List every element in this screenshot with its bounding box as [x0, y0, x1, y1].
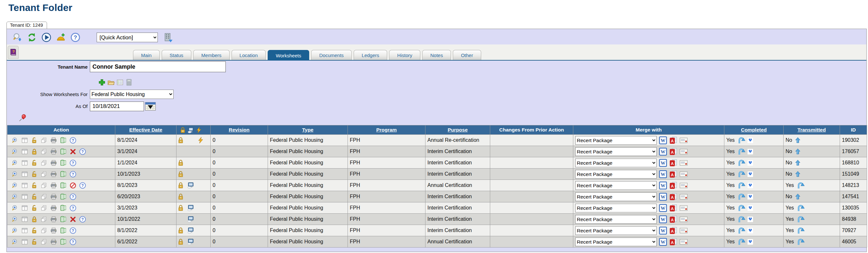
pdf-icon[interactable]: A [669, 215, 677, 223]
email-icon[interactable] [680, 181, 688, 190]
tab-status[interactable]: Status [162, 50, 192, 60]
tab-main[interactable]: Main [133, 50, 160, 60]
computer-icon[interactable] [187, 126, 194, 134]
lock-closed-icon[interactable] [31, 216, 38, 223]
lock-open-icon[interactable] [31, 182, 38, 189]
email-icon[interactable] [680, 193, 688, 201]
copy-pages-icon[interactable] [40, 193, 48, 200]
copy-pages-icon[interactable] [40, 238, 48, 245]
search-plus-icon[interactable] [11, 148, 18, 155]
tab-documents[interactable]: Documents [311, 50, 352, 60]
pdf-icon[interactable]: A [669, 238, 677, 246]
email-icon[interactable] [680, 227, 688, 235]
tab-worksheets[interactable]: Worksheets [268, 50, 309, 61]
window-columns-icon[interactable] [21, 148, 28, 155]
printer-icon[interactable] [50, 182, 57, 189]
word-icon[interactable]: W [659, 148, 667, 156]
window-columns-icon[interactable] [21, 182, 28, 189]
clipboard-copy-icon[interactable] [60, 238, 67, 245]
merge-with-select[interactable]: Recert Package [575, 237, 657, 246]
printer-icon[interactable] [50, 205, 57, 212]
help-circle-icon[interactable]: ? [79, 148, 86, 155]
help-circle-icon[interactable]: ? [69, 137, 76, 144]
copy-pages-icon[interactable] [40, 205, 48, 212]
tab-other[interactable]: Other [453, 50, 481, 60]
word-icon[interactable]: W [659, 159, 667, 167]
header-revision[interactable]: Revision [211, 125, 268, 135]
search-plus-icon[interactable] [11, 137, 18, 144]
email-icon[interactable] [680, 170, 688, 178]
pdf-icon[interactable]: A [669, 136, 677, 144]
lock-open-icon[interactable] [31, 171, 38, 177]
copy-pages-icon[interactable] [40, 148, 48, 155]
merge-with-select[interactable]: Recert Package [575, 159, 657, 167]
lock-closed-icon[interactable] [179, 126, 186, 134]
list-view-icon[interactable] [116, 79, 124, 86]
clipboard-copy-icon[interactable] [60, 148, 67, 155]
merge-with-select[interactable]: Recert Package [575, 226, 657, 235]
tab-history[interactable]: History [389, 50, 420, 60]
quick-action-select[interactable]: [Quick Action] [97, 32, 158, 42]
building-icon[interactable] [163, 32, 173, 43]
refresh-icon[interactable] [27, 32, 37, 42]
word-icon[interactable]: W [659, 136, 667, 144]
show-worksheets-select[interactable]: Federal Public Housing [90, 90, 174, 99]
lock-open-icon[interactable] [31, 205, 38, 212]
window-columns-icon[interactable] [21, 227, 28, 234]
email-icon[interactable] [680, 136, 688, 144]
help-circle-icon[interactable]: ? [69, 160, 76, 166]
email-icon[interactable] [680, 204, 688, 212]
clipboard-copy-icon[interactable] [60, 216, 67, 223]
help-circle-icon[interactable]: ? [69, 227, 76, 234]
clipboard-copy-icon[interactable] [60, 193, 67, 200]
pdf-icon[interactable]: A [669, 159, 677, 167]
word-icon[interactable]: W [659, 193, 667, 201]
header-purpose[interactable]: Purpose [426, 125, 490, 135]
merge-with-select[interactable]: Recert Package [575, 136, 657, 145]
header-program[interactable]: Program [348, 125, 426, 135]
search-plus-icon[interactable] [11, 238, 18, 245]
help-circle-icon[interactable]: ? [70, 32, 80, 42]
pdf-icon[interactable]: A [669, 148, 677, 156]
tab-ledgers[interactable]: Ledgers [354, 50, 387, 60]
help-circle-icon[interactable]: ? [69, 205, 76, 212]
printer-icon[interactable] [50, 160, 57, 166]
copy-pages-icon[interactable] [40, 171, 48, 177]
lock-open-icon[interactable] [31, 193, 38, 200]
word-icon[interactable]: W [659, 238, 667, 246]
tab-location[interactable]: Location [231, 50, 266, 60]
header-type[interactable]: Type [268, 125, 348, 135]
search-plus-icon[interactable] [11, 227, 18, 234]
printer-icon[interactable] [50, 148, 57, 155]
printer-icon[interactable] [50, 227, 57, 234]
merge-with-select[interactable]: Recert Package [575, 147, 657, 156]
copy-pages-icon[interactable] [40, 182, 48, 189]
merge-with-select[interactable]: Recert Package [575, 215, 657, 224]
copy-pages-icon[interactable] [40, 216, 48, 223]
email-icon[interactable] [680, 215, 688, 223]
window-columns-icon[interactable] [21, 137, 28, 144]
clipboard-copy-icon[interactable] [60, 227, 67, 234]
pdf-icon[interactable]: A [669, 181, 677, 190]
word-icon[interactable]: W [659, 170, 667, 178]
printer-icon[interactable] [50, 137, 57, 144]
help-circle-icon[interactable]: ? [69, 238, 76, 245]
help-book-icon[interactable]: ? [9, 48, 18, 56]
search-plus-icon[interactable] [11, 205, 18, 212]
email-icon[interactable] [680, 148, 688, 156]
tab-notes[interactable]: Notes [422, 50, 451, 60]
word-icon[interactable]: W [659, 227, 667, 235]
printer-icon[interactable] [50, 193, 57, 200]
copy-pages-icon[interactable] [40, 227, 48, 234]
clipboard-copy-icon[interactable] [60, 171, 67, 177]
help-circle-icon[interactable]: ? [69, 193, 76, 200]
play-icon[interactable] [41, 32, 51, 42]
search-plus-icon[interactable] [11, 182, 18, 189]
merge-with-select[interactable]: Recert Package [575, 192, 657, 201]
merge-with-select[interactable]: Recert Package [575, 204, 657, 213]
pdf-icon[interactable]: A [669, 193, 677, 201]
help-circle-icon[interactable]: ? [79, 182, 86, 189]
clipboard-copy-icon[interactable] [60, 137, 67, 144]
window-columns-icon[interactable] [21, 193, 28, 200]
lock-closed-icon[interactable] [31, 148, 38, 155]
